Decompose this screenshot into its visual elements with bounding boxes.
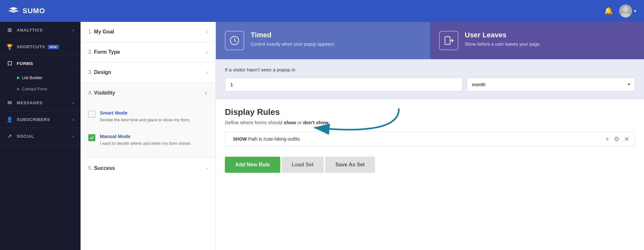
- popup-interval-label: If a visitor hasn't seen a popup in: [225, 67, 635, 72]
- messages-chevron-icon: ›: [72, 101, 74, 105]
- step-1-chevron-icon: ›: [206, 29, 208, 35]
- step-3-chevron-icon: ›: [206, 69, 208, 75]
- rule-condition: Path is /cute-hiking-outfits: [248, 136, 300, 142]
- popup-interval: If a visitor hasn't seen a popup in day …: [216, 59, 644, 99]
- trigger-user-leaves-card[interactable]: User Leaves Show before a user leaves yo…: [430, 22, 644, 59]
- user-leaves-desc: Show before a user leaves your page.: [465, 41, 541, 48]
- sidebar-item-shortcuts[interactable]: 🏆 Shortcuts NEW: [0, 39, 81, 55]
- step-3-label: 3. Design: [88, 69, 111, 75]
- rule-delete-button[interactable]: ✕: [624, 135, 630, 143]
- sidebar-item-messages-label: Messages: [17, 100, 43, 105]
- manual-mode-option[interactable]: Manual Mode I want to decide where and w…: [88, 128, 208, 152]
- rule-actions: + ⚙ ✕: [600, 135, 635, 143]
- rule-content: SHOW Path is /cute-hiking-outfits: [228, 132, 600, 146]
- save-as-set-button[interactable]: Save As Set: [325, 157, 375, 173]
- step-4-body: Smart Mode Decide the best time and plac…: [81, 101, 216, 158]
- interval-number-input[interactable]: [225, 78, 463, 91]
- svg-point-1: [621, 13, 630, 17]
- user-leaves-title: User Leaves: [465, 31, 541, 39]
- user-leaves-icon-wrap: [439, 31, 458, 50]
- sidebar-sub-contact-form-label: Contact Form: [22, 87, 47, 91]
- content-panel: Timed Control exactly when your popup ap…: [216, 22, 644, 250]
- avatar-wrap[interactable]: ▾: [619, 5, 636, 17]
- interval-row: day week month year: [225, 78, 635, 91]
- svg-rect-5: [445, 37, 450, 44]
- add-new-rule-button[interactable]: Add New Rule: [225, 157, 280, 173]
- shortcuts-icon: 🏆: [6, 44, 13, 50]
- dont-show-keyword: don't show.: [303, 120, 330, 125]
- smart-mode-text: Smart Mode Decide the best time and plac…: [100, 110, 190, 123]
- timed-title: Timed: [251, 31, 335, 39]
- sidebar: ⊞ Analytics › 🏆 Shortcuts NEW ☐ Forms Li…: [0, 22, 81, 250]
- sidebar-item-subscribers-label: Subscribers: [17, 117, 50, 122]
- step-4-visibility: 4. Visibility ∨ Smart Mode Decide the be…: [81, 83, 216, 158]
- subscribers-chevron-icon: ›: [72, 117, 74, 122]
- smart-mode-title: Smart Mode: [100, 110, 190, 116]
- sidebar-item-social-label: Social: [17, 134, 34, 139]
- sidebar-item-social[interactable]: ↗ Social ›: [0, 128, 81, 145]
- display-rules: Display Rules Define where forms should …: [216, 99, 644, 181]
- interval-unit-select[interactable]: day week month year: [466, 78, 635, 91]
- sidebar-item-forms-label: Forms: [17, 61, 33, 66]
- clock-icon: [229, 35, 240, 46]
- logo-text: SUMO: [23, 7, 45, 15]
- step-2-form-type[interactable]: 2. Form Type ›: [81, 42, 216, 62]
- step-5-label: 5. Success: [88, 165, 115, 171]
- social-chevron-icon: ›: [72, 134, 74, 139]
- analytics-chevron-icon: ›: [72, 28, 74, 32]
- sidebar-sub-list-builder[interactable]: List Builder: [0, 72, 81, 83]
- exit-icon: [444, 35, 454, 46]
- rule-action-label: SHOW: [233, 136, 247, 142]
- timed-icon-wrap: [225, 31, 244, 50]
- step-4-chevron-icon: ∨: [204, 90, 208, 96]
- logo: SUMO: [8, 6, 45, 15]
- svg-point-0: [623, 6, 629, 12]
- messages-icon: ✉: [6, 100, 13, 106]
- sidebar-item-shortcuts-label: Shortcuts: [17, 44, 45, 49]
- shortcuts-badge: NEW: [48, 45, 59, 49]
- timed-desc: Control exactly when your popup appears.: [251, 41, 335, 48]
- step-1-my-goal[interactable]: 1. My Goal ›: [81, 22, 216, 42]
- display-rules-desc: Define where forms should show or don't …: [225, 120, 635, 125]
- step-4-label: 4. Visibility: [88, 90, 115, 96]
- svg-line-4: [235, 41, 236, 42]
- step-2-label: 2. Form Type: [88, 49, 120, 55]
- manual-mode-title: Manual Mode: [100, 134, 192, 139]
- step-2-chevron-icon: ›: [206, 49, 208, 55]
- trigger-timed-card[interactable]: Timed Control exactly when your popup ap…: [216, 22, 430, 59]
- sidebar-item-subscribers[interactable]: 👤 Subscribers ›: [0, 111, 81, 128]
- manual-mode-desc: I want to decide where and when my form …: [100, 140, 192, 147]
- load-set-button[interactable]: Load Set: [282, 157, 324, 173]
- rule-row: SHOW Path is /cute-hiking-outfits + ⚙ ✕: [225, 132, 635, 146]
- subscribers-icon: 👤: [6, 116, 13, 123]
- sidebar-item-analytics-label: Analytics: [17, 28, 43, 32]
- trigger-cards: Timed Control exactly when your popup ap…: [216, 22, 644, 59]
- social-icon: ↗: [6, 133, 13, 139]
- step-5-success[interactable]: 5. Success ›: [81, 158, 216, 178]
- display-rules-title: Display Rules: [225, 107, 635, 117]
- timed-text: Timed Control exactly when your popup ap…: [251, 31, 335, 48]
- step-4-header[interactable]: 4. Visibility ∨: [81, 83, 216, 101]
- bell-icon[interactable]: 🔔: [604, 7, 613, 15]
- smart-mode-option[interactable]: Smart Mode Decide the best time and plac…: [88, 105, 208, 128]
- step-3-design[interactable]: 3. Design ›: [81, 62, 216, 83]
- sidebar-item-messages[interactable]: ✉ Messages ›: [0, 95, 81, 111]
- avatar-chevron-icon: ▾: [634, 8, 636, 14]
- smart-mode-checkbox[interactable]: [88, 111, 95, 118]
- arrow-annotation: SHOW Path is /cute-hiking-outfits + ⚙ ✕: [225, 132, 635, 146]
- sidebar-sub-list-builder-label: List Builder: [22, 75, 43, 80]
- rule-settings-button[interactable]: ⚙: [614, 135, 620, 143]
- sidebar-item-forms[interactable]: ☐ Forms: [0, 55, 81, 72]
- manual-mode-text: Manual Mode I want to decide where and w…: [100, 134, 192, 147]
- rule-add-button[interactable]: +: [605, 135, 609, 143]
- logo-icon: [8, 6, 19, 15]
- step-1-label: 1. My Goal: [88, 29, 114, 35]
- sidebar-item-analytics[interactable]: ⊞ Analytics ›: [0, 22, 81, 39]
- main-layout: ⊞ Analytics › 🏆 Shortcuts NEW ☐ Forms Li…: [0, 22, 644, 250]
- bottom-actions: Add New Rule Load Set Save As Set: [225, 152, 635, 173]
- step-5-chevron-icon: ›: [206, 165, 208, 171]
- manual-mode-checkbox[interactable]: [88, 134, 95, 141]
- sidebar-sub-contact-form[interactable]: Contact Form: [0, 83, 81, 95]
- user-leaves-text: User Leaves Show before a user leaves yo…: [465, 31, 541, 48]
- top-nav-right: 🔔 ▾: [604, 5, 636, 17]
